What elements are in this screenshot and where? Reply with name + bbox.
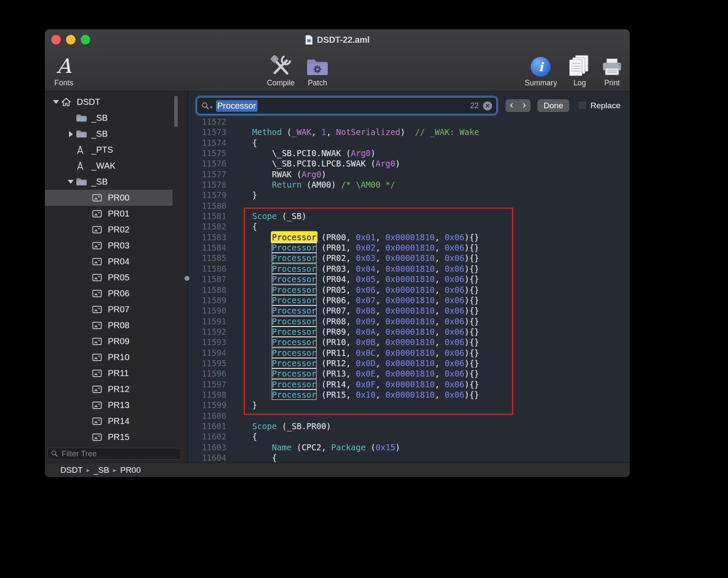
code-token: , <box>435 243 445 252</box>
patch-button[interactable]: Patch <box>306 52 329 88</box>
sidebar-item-_sb[interactable]: _SB <box>45 126 173 142</box>
sidebar-item-_sb[interactable]: _SB <box>45 174 173 190</box>
code-line[interactable]: 11584 Processor (PR01, 0x02, 0x00001810,… <box>188 242 630 253</box>
code-line[interactable]: 11595 Processor (PR12, 0x0D, 0x00001810,… <box>188 358 630 368</box>
code-line[interactable]: 11581 Scope (_SB) <box>188 211 630 221</box>
code-line[interactable]: 11596 Processor (PR13, 0x0E, 0x00001810,… <box>188 368 630 379</box>
breadcrumb-item[interactable]: _SB <box>94 465 109 475</box>
sidebar-item-pr08[interactable]: PR08 <box>45 317 173 333</box>
sidebar-item-pr09[interactable]: PR09 <box>45 333 173 349</box>
code-token: 0x06 <box>445 327 464 336</box>
code-line[interactable]: 11593 Processor (PR10, 0x0B, 0x00001810,… <box>188 337 630 347</box>
done-button[interactable]: Done <box>537 99 569 112</box>
code-lines[interactable]: 1157211573 Method (_WAK, 1, NotSerialize… <box>188 116 630 462</box>
breadcrumb-item[interactable]: PR00 <box>120 465 141 475</box>
code-line[interactable]: 11582 { <box>188 221 630 232</box>
code-line[interactable]: 11592 Processor (PR09, 0x0A, 0x00001810,… <box>188 327 630 337</box>
code-line[interactable]: 11575 \_SB.PCI0.NWAK (Arg0) <box>188 148 630 158</box>
disclosure-right-icon[interactable] <box>66 131 76 137</box>
code-line[interactable]: 11598 Processor (PR15, 0x10, 0x00001810,… <box>188 390 630 400</box>
code-text: { <box>226 431 257 442</box>
tree-item-label: PR15 <box>108 432 129 442</box>
code-line[interactable]: 11594 Processor (PR11, 0x0C, 0x00001810,… <box>188 348 630 358</box>
code-line[interactable]: 11599 } <box>188 400 630 410</box>
code-line[interactable]: 11600 <box>188 411 630 421</box>
code-line[interactable]: 11572 <box>188 116 630 127</box>
splitter-handle[interactable] <box>184 276 190 281</box>
code-token: 0x00001810 <box>386 317 435 326</box>
next-match-button[interactable]: › <box>518 99 530 112</box>
code-line[interactable]: 11583 Processor (PR00, 0x01, 0x00001810,… <box>188 232 630 242</box>
code-token: (PR02, <box>316 253 356 263</box>
disclosure-down-icon[interactable] <box>51 100 61 104</box>
sidebar-item-pr07[interactable]: PR07 <box>45 302 173 317</box>
tree-item-label: PR06 <box>108 289 129 298</box>
titlebar[interactable]: DSDT-22.aml <box>45 29 630 50</box>
code-line[interactable]: 11580 <box>188 201 630 211</box>
compile-label: Compile <box>267 79 295 88</box>
clear-search-icon[interactable]: ✕ <box>483 101 492 110</box>
sidebar-item-pr04[interactable]: PR04 <box>45 254 173 270</box>
search-icon[interactable]: ▾ <box>201 102 213 110</box>
code-token: \_SB.PCI0.LPCB.SWAK ( <box>232 159 376 168</box>
code-line[interactable]: 11589 Processor (PR06, 0x07, 0x00001810,… <box>188 295 630 305</box>
sidebar-item-pr05[interactable]: PR05 <box>45 270 173 286</box>
sidebar-item-pr13[interactable]: PR13 <box>45 397 173 413</box>
code-text: Processor (PR02, 0x03, 0x00001810, 0x06)… <box>226 253 479 263</box>
sidebar-item-pr11[interactable]: PR11 <box>45 365 173 381</box>
code-line[interactable]: 11588 Processor (PR05, 0x06, 0x00001810,… <box>188 285 630 295</box>
processor-icon <box>92 338 106 345</box>
sidebar-item-pr10[interactable]: PR10 <box>45 349 173 365</box>
sidebar-item-pr01[interactable]: PR01 <box>45 206 173 222</box>
sidebar-item-pr14[interactable]: PR14 <box>45 413 173 429</box>
summary-button[interactable]: i Summary <box>525 52 557 88</box>
sidebar-item-pr12[interactable]: PR12 <box>45 381 173 397</box>
breadcrumb-item[interactable]: DSDT <box>60 465 83 475</box>
sidebar-item-pr06[interactable]: PR06 <box>45 286 173 302</box>
log-pages-icon <box>568 52 591 77</box>
sidebar-item-pr02[interactable]: PR02 <box>45 222 173 238</box>
code-token: (PR11, <box>316 348 356 358</box>
sidebar-scrollbar[interactable] <box>174 96 178 127</box>
code-token: 0x00001810 <box>386 390 435 399</box>
compile-button[interactable]: Compile <box>267 52 295 88</box>
code-line[interactable]: 11586 Processor (PR03, 0x04, 0x00001810,… <box>188 264 630 274</box>
print-button[interactable]: Print <box>601 52 623 88</box>
find-input[interactable]: ▾ Processor 22 ✕ <box>197 97 497 114</box>
code-token <box>232 253 272 263</box>
filter-tree-input[interactable] <box>47 448 181 460</box>
code-line[interactable]: 11579 } <box>188 190 630 200</box>
code-line[interactable]: 11577 RWAK (Arg0) <box>188 169 630 179</box>
code-token <box>232 317 272 326</box>
sidebar-item-_wak[interactable]: _WAK <box>45 158 173 174</box>
sidebar-item-dsdt[interactable]: DSDT <box>45 94 173 110</box>
replace-checkbox[interactable] <box>578 101 587 110</box>
code-line[interactable]: 11590 Processor (PR07, 0x08, 0x00001810,… <box>188 305 630 316</box>
fonts-button[interactable]: A Fonts <box>54 52 73 88</box>
sidebar-item-_pts[interactable]: _PTS <box>45 142 173 158</box>
code-line[interactable]: 11587 Processor (PR04, 0x05, 0x00001810,… <box>188 274 630 284</box>
code-line[interactable]: 11602 { <box>188 431 630 442</box>
search-menu-chevron-icon[interactable]: ▾ <box>210 104 213 110</box>
code-line[interactable]: 11604 { <box>188 452 630 462</box>
code-line[interactable]: 11585 Processor (PR02, 0x03, 0x00001810,… <box>188 253 630 263</box>
code-text: Processor (PR01, 0x02, 0x00001810, 0x06)… <box>226 242 479 253</box>
document-icon <box>305 35 313 45</box>
previous-match-button[interactable]: ‹ <box>505 99 518 112</box>
code-token: } <box>232 190 257 200</box>
code-line[interactable]: 11603 Name (CPC2, Package (0x15) <box>188 442 630 452</box>
code-line[interactable]: 11597 Processor (PR14, 0x0F, 0x00001810,… <box>188 379 630 390</box>
code-line[interactable]: 11578 Return (AM00) /* \AM00 */ <box>188 179 630 190</box>
search-match: Processor <box>272 317 317 326</box>
sidebar-item-pr03[interactable]: PR03 <box>45 238 173 254</box>
code-line[interactable]: 11576 \_SB.PCI0.LPCB.SWAK (Arg0) <box>188 158 630 169</box>
sidebar-item-pr15[interactable]: PR15 <box>45 429 173 445</box>
sidebar-item-pr00[interactable]: PR00 <box>45 190 173 206</box>
code-line[interactable]: 11591 Processor (PR08, 0x09, 0x00001810,… <box>188 316 630 327</box>
sidebar-item-_sb[interactable]: _SB <box>45 110 173 126</box>
code-line[interactable]: 11574 { <box>188 138 630 148</box>
code-line[interactable]: 11573 Method (_WAK, 1, NotSerialized) //… <box>188 127 630 137</box>
log-button[interactable]: Log <box>568 52 591 88</box>
disclosure-down-icon[interactable] <box>66 180 76 184</box>
code-line[interactable]: 11601 Scope (_SB.PR00) <box>188 421 630 431</box>
